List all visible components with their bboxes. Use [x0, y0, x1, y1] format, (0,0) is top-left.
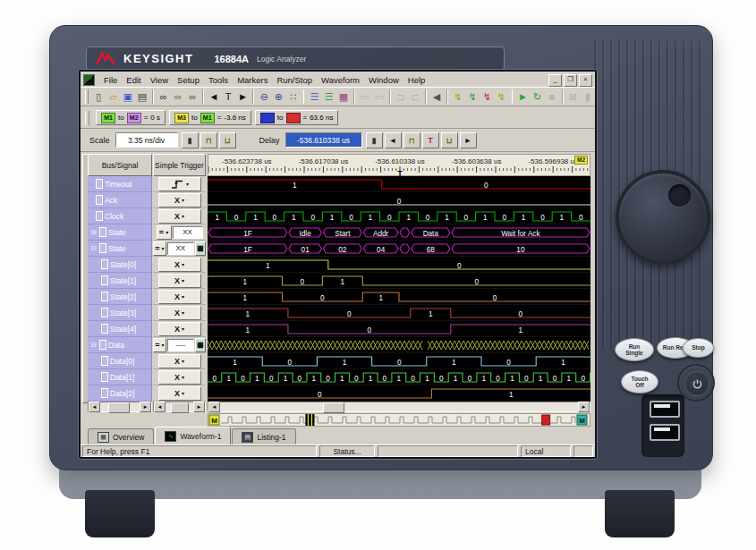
group-left-icon[interactable]: ⊐: [394, 88, 408, 106]
scale-zoom-out-button[interactable]: ⊔: [219, 132, 236, 148]
menu-markers[interactable]: Markers: [233, 74, 272, 86]
tab-waveform-1[interactable]: ∿Waveform-1: [155, 427, 231, 444]
delay-go-trigger-button[interactable]: T: [422, 132, 439, 148]
trigger-value-dropdown[interactable]: X▾: [158, 306, 201, 320]
scroll-thumb[interactable]: [171, 402, 189, 413]
trigger-value-dropdown[interactable]: X▾: [158, 386, 201, 401]
touch-off-button[interactable]: Touch Off: [621, 370, 658, 393]
signal-row-data-10[interactable]: ⊟Data: [88, 337, 152, 353]
scale-zoom-in-button[interactable]: ⊓: [200, 132, 217, 148]
go-end-icon[interactable]: ►: [235, 88, 250, 106]
wave-trace-ack[interactable]: 0: [208, 192, 590, 208]
wave-trace-data-1[interactable]: 010101010101010101010101010: [208, 369, 590, 385]
trigger-scrollbar[interactable]: ◄►: [153, 402, 206, 412]
scroll-left-arrow[interactable]: ◄: [208, 402, 220, 412]
window-options-icon[interactable]: ▦: [336, 88, 351, 106]
run-icon[interactable]: ►: [515, 88, 530, 106]
column-header-bus-signal[interactable]: Bus/Signal: [88, 154, 152, 176]
trigger-pattern-input[interactable]: ----: [167, 339, 194, 351]
signal-row-state-4[interactable]: ⊟State: [88, 241, 152, 257]
cascade-windows-icon[interactable]: ▭: [372, 88, 386, 106]
trigger-edge-dropdown[interactable]: ▾: [158, 177, 201, 191]
new-listing-window-icon[interactable]: ☰: [322, 88, 336, 106]
scroll-right-arrow[interactable]: ►: [193, 402, 205, 412]
signal-row-state-4-9[interactable]: State[4]: [88, 321, 152, 337]
trigger-value-dropdown[interactable]: X▾: [158, 193, 201, 207]
ruler-marker-badge[interactable]: M2: [574, 156, 588, 165]
signal-row-ack-1[interactable]: Ack: [88, 192, 152, 208]
scroll-left-arrow[interactable]: ◄: [154, 402, 166, 412]
column-header-simple-trigger[interactable]: Simple Trigger: [153, 154, 206, 176]
trigger-value-dropdown[interactable]: X▾: [158, 209, 201, 224]
wave-trace-data-2[interactable]: 01: [208, 385, 590, 402]
expand-icon[interactable]: ⊞: [89, 228, 98, 236]
cancel-icon[interactable]: ⊠: [566, 88, 581, 106]
trigger-edge-1-icon[interactable]: ↯: [451, 88, 465, 106]
signal-row-state-1-6[interactable]: State[1]: [88, 273, 152, 289]
scroll-right-arrow[interactable]: ►: [140, 402, 151, 412]
wave-trace-state-values[interactable]: 1F0102046810: [208, 241, 590, 257]
menu-window[interactable]: Window: [364, 74, 403, 86]
power-button[interactable]: [684, 371, 709, 396]
signal-row-state-2-7[interactable]: State[2]: [88, 289, 152, 305]
tab-overview[interactable]: ▦Overview: [88, 428, 154, 444]
find-icon[interactable]: ∞: [157, 88, 171, 106]
trigger-operator-dropdown[interactable]: =▾: [157, 225, 172, 240]
menu-view[interactable]: View: [146, 74, 173, 86]
marker-readout-3[interactable]: to=63.6 ns: [255, 110, 339, 125]
trigger-edge-4-icon[interactable]: ↯: [494, 88, 508, 106]
new-file-icon[interactable]: ▯: [91, 88, 106, 106]
trigger-edge-2-icon[interactable]: ↯: [465, 88, 480, 106]
trigger-value-dropdown[interactable]: X▾: [158, 322, 201, 336]
open-file-icon[interactable]: ▱: [106, 88, 120, 106]
menu-file[interactable]: File: [99, 74, 122, 86]
wave-trace-data-0[interactable]: 1010101: [208, 353, 590, 369]
scroll-track[interactable]: [100, 402, 140, 411]
status-button[interactable]: Status...: [319, 445, 375, 457]
save-file-icon[interactable]: ▣: [121, 88, 135, 106]
delay-presets-button[interactable]: ▮: [366, 132, 383, 148]
trigger-value-dropdown[interactable]: X▾: [158, 370, 201, 385]
trigger-value-dropdown[interactable]: X▾: [158, 354, 201, 368]
run-repetitive-icon[interactable]: ↻: [530, 88, 544, 106]
trigger-edge-3-icon[interactable]: ↯: [480, 88, 494, 106]
tab-listing-1[interactable]: ▤Listing-1: [232, 428, 295, 444]
minimize-button[interactable]: _: [548, 74, 562, 87]
restore-button[interactable]: ❐: [564, 74, 577, 87]
signal-row-clock-2[interactable]: Clock: [88, 208, 152, 224]
signal-row-data-1-12[interactable]: Data[1]: [88, 369, 152, 385]
toolbar-grip[interactable]: [85, 89, 89, 104]
overview-band[interactable]: MM: [208, 413, 590, 427]
go-begin-icon[interactable]: ◄: [207, 88, 221, 106]
trigger-operator-dropdown[interactable]: =▾: [153, 241, 166, 256]
signal-row-state-3[interactable]: ⊞State: [88, 224, 152, 241]
trigger-value-dropdown[interactable]: X▾: [158, 290, 201, 304]
signal-row-state-3-8[interactable]: State[3]: [88, 305, 152, 321]
menu-edit[interactable]: Edit: [122, 74, 145, 86]
stop-button[interactable]: Stop: [683, 338, 714, 358]
wave-trace-state-3[interactable]: 1010: [208, 305, 590, 321]
time-ruler[interactable]: M2 -536.623738 us-536.617038 us-536.6103…: [208, 154, 590, 176]
pause-icon[interactable]: ▮: [581, 88, 595, 106]
run-single-button[interactable]: Run Single: [615, 338, 654, 361]
menu-waveform[interactable]: Waveform: [317, 74, 364, 86]
scale-presets-button[interactable]: ▮: [182, 132, 199, 148]
wave-trace-state-0[interactable]: 10: [208, 257, 590, 273]
scroll-thumb[interactable]: [323, 402, 344, 413]
scroll-thumb[interactable]: [108, 402, 130, 413]
close-button[interactable]: ×: [579, 74, 592, 87]
zoom-out-icon[interactable]: ⊖: [257, 88, 271, 106]
collapse-icon[interactable]: ⊟: [89, 244, 98, 252]
signal-row-state-0-5[interactable]: State[0]: [88, 257, 152, 273]
zoom-options-icon[interactable]: ∷: [286, 88, 301, 106]
wave-trace-clock[interactable]: 10101010101010101010: [208, 208, 590, 224]
marker-readout-1[interactable]: M1toM2=0 s: [96, 110, 166, 125]
keypad-button[interactable]: ▦: [195, 338, 206, 352]
find-next-icon[interactable]: ∞: [171, 88, 185, 106]
menu-setup[interactable]: Setup: [173, 74, 204, 86]
menu-run-stop[interactable]: Run/Stop: [272, 74, 317, 86]
signal-row-data-0-11[interactable]: Data[0]: [88, 353, 152, 369]
trigger-operator-dropdown[interactable]: =▾: [153, 338, 166, 352]
signal-row-timeout-0[interactable]: Timeout: [88, 176, 152, 192]
wave-trace-data-busy[interactable]: [208, 337, 590, 353]
